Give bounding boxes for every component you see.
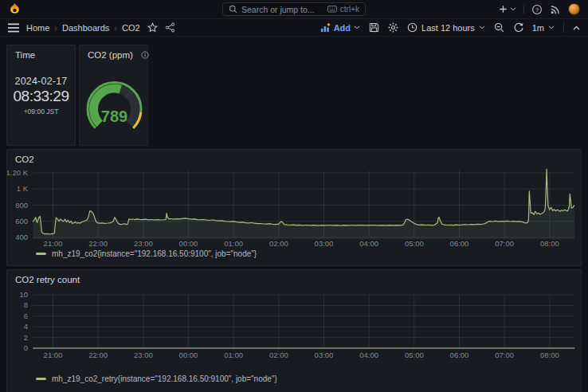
co2-gauge[interactable]: 789 — [80, 57, 149, 144]
breadcrumb-home[interactable]: Home — [26, 23, 49, 33]
favorite-dashboard-button[interactable] — [147, 22, 158, 33]
add-label: Add — [334, 23, 351, 33]
kiosk-mode-button[interactable] — [573, 25, 580, 30]
refresh-dashboard-button[interactable] — [513, 22, 523, 33]
search-input[interactable]: Search or jump to... ctrl+k — [222, 2, 366, 16]
zoom-out-icon — [494, 22, 504, 33]
help-button[interactable]: ? — [531, 4, 543, 15]
panel-co2-gauge: CO2 (ppm) 789 — [79, 45, 148, 146]
keyboard-icon — [327, 6, 337, 13]
share-dashboard-button[interactable] — [165, 22, 175, 33]
mega-menu-button[interactable] — [8, 23, 19, 33]
time-range-label: Last 12 hours — [421, 23, 475, 33]
retry-chart-legend[interactable]: mh_z19_co2_retry{instance="192.168.16.50… — [36, 374, 277, 383]
breadcrumb-separator: › — [54, 23, 57, 33]
search-placeholder: Search or jump to... — [241, 5, 315, 14]
svg-text:02:00: 02:00 — [269, 239, 288, 248]
svg-text:1 K: 1 K — [17, 184, 29, 193]
panel-co2-timeseries: 4006008001 K1.20 K21:0022:0023:0000:0001… — [6, 149, 582, 266]
breadcrumb-separator: › — [114, 23, 117, 33]
svg-text:4: 4 — [24, 322, 28, 331]
dashboard-toolbar: Home › Dashboards › CO2 — [0, 19, 588, 37]
dashboard-settings-button[interactable] — [388, 22, 398, 33]
clock-icon — [407, 22, 417, 33]
stat-date: 2024-02-17 — [7, 76, 75, 87]
svg-text:600: 600 — [15, 217, 28, 225]
svg-text:1.20 K: 1.20 K — [7, 168, 29, 177]
news-button[interactable] — [550, 4, 561, 15]
svg-text:08:00: 08:00 — [540, 351, 559, 359]
toolbar-divider — [563, 22, 564, 33]
series-color-dash — [36, 253, 46, 255]
co2-chart-legend[interactable]: mh_z19_co2{instance="192.168.16.50:9100"… — [36, 249, 257, 258]
svg-text:23:00: 23:00 — [134, 351, 153, 359]
refresh-interval-label: 1m — [532, 23, 544, 33]
svg-text:05:00: 05:00 — [405, 239, 424, 248]
svg-text:06:00: 06:00 — [450, 351, 469, 359]
share-icon — [165, 22, 175, 33]
chevron-down-icon — [354, 25, 360, 29]
panel-time: Time 2024-02-17 08:33:29 +09:00 JST — [6, 45, 76, 146]
svg-text:01:00: 01:00 — [224, 351, 243, 359]
save-icon — [369, 22, 379, 33]
star-icon — [147, 22, 158, 33]
svg-text:23:00: 23:00 — [134, 239, 153, 248]
chevron-down-icon — [479, 25, 485, 29]
svg-text:6: 6 — [24, 312, 28, 320]
refresh-icon — [513, 22, 523, 33]
breadcrumb-dashboards[interactable]: Dashboards — [62, 23, 109, 33]
add-panel-icon — [320, 22, 331, 33]
stat-clock: 08:33:29 — [7, 88, 75, 105]
svg-text:01:00: 01:00 — [224, 239, 243, 248]
svg-text:22:00: 22:00 — [88, 351, 108, 359]
save-dashboard-button[interactable] — [369, 22, 379, 33]
svg-text:400: 400 — [15, 233, 28, 241]
rss-icon — [550, 4, 561, 15]
svg-text:?: ? — [535, 6, 539, 13]
user-avatar[interactable] — [568, 3, 580, 15]
svg-text:00:00: 00:00 — [179, 239, 198, 248]
search-shortcut-hint: ctrl+k — [327, 5, 359, 14]
chevron-down-icon — [510, 7, 516, 11]
panel-co2-retry: 024681021:0022:0023:0000:0001:0002:0003:… — [6, 269, 582, 392]
svg-text:21:00: 21:00 — [44, 239, 63, 248]
new-menu-button[interactable] — [498, 4, 516, 14]
svg-text:04:00: 04:00 — [359, 351, 378, 359]
add-panel-button[interactable]: Add — [320, 22, 360, 33]
svg-text:07:00: 07:00 — [495, 351, 514, 359]
svg-text:03:00: 03:00 — [315, 239, 334, 248]
svg-text:03:00: 03:00 — [315, 351, 334, 359]
svg-text:22:00: 22:00 — [88, 239, 108, 248]
top-bar: Search or jump to... ctrl+k — [0, 0, 588, 19]
svg-text:04:00: 04:00 — [359, 239, 378, 248]
breadcrumb: Home › Dashboards › CO2 — [26, 23, 140, 33]
search-icon — [229, 5, 237, 14]
grafana-app: Search or jump to... ctrl+k — [0, 0, 588, 392]
breadcrumb-current-dashboard[interactable]: CO2 — [122, 23, 140, 33]
zoom-out-time-range-button[interactable] — [494, 22, 504, 33]
svg-text:06:00: 06:00 — [450, 239, 469, 248]
refresh-interval-picker[interactable]: 1m — [532, 23, 555, 33]
svg-text:02:00: 02:00 — [269, 351, 288, 359]
svg-text:05:00: 05:00 — [405, 351, 424, 359]
series-legend-label[interactable]: mh_z19_co2{instance="192.168.16.50:9100"… — [52, 249, 257, 258]
svg-text:07:00: 07:00 — [495, 239, 514, 248]
grafana-logo[interactable] — [8, 2, 22, 16]
stat-timezone: +09:00 JST — [7, 108, 75, 116]
svg-text:21:00: 21:00 — [44, 351, 63, 359]
panel-time-title[interactable]: Time — [7, 45, 75, 60]
gear-icon — [388, 22, 398, 33]
series-legend-label[interactable]: mh_z19_co2_retry{instance="192.168.16.50… — [52, 374, 277, 383]
dashboard-canvas: Time 2024-02-17 08:33:29 +09:00 JST CO2 … — [0, 37, 588, 392]
hamburger-icon — [8, 23, 19, 33]
search-shortcut-label: ctrl+k — [340, 5, 359, 14]
topbar-divider — [523, 4, 524, 14]
time-range-picker[interactable]: Last 12 hours — [407, 22, 485, 33]
help-icon: ? — [531, 4, 543, 15]
chevron-down-icon — [548, 25, 555, 29]
svg-text:2: 2 — [24, 333, 28, 342]
svg-text:10: 10 — [19, 290, 28, 299]
series-color-dash — [36, 378, 46, 380]
svg-text:0: 0 — [24, 343, 28, 352]
svg-text:08:00: 08:00 — [540, 239, 559, 248]
